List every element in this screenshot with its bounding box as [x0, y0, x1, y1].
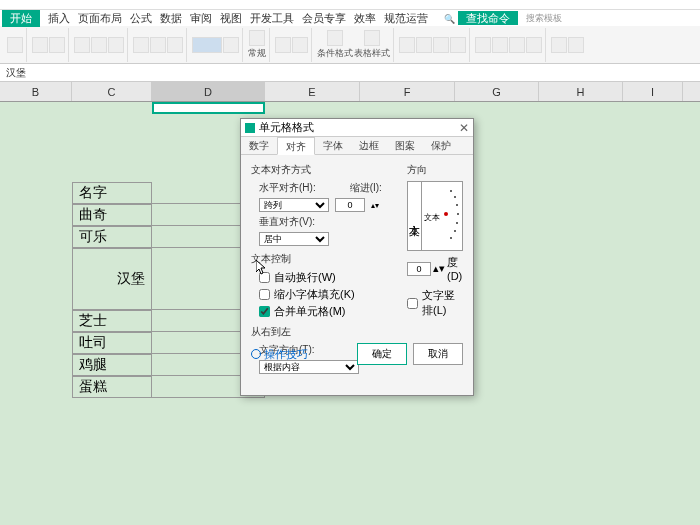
tab-pattern[interactable]: 图案 — [387, 137, 423, 154]
copy-icon[interactable] — [49, 37, 65, 53]
cell[interactable]: 芝士 — [72, 310, 152, 332]
paste-icon[interactable] — [7, 37, 23, 53]
col-head-C[interactable]: C — [72, 82, 152, 101]
dialog-icon — [245, 123, 255, 133]
cell[interactable]: 汉堡 — [72, 248, 152, 310]
degree-label: 度(D) — [447, 255, 463, 282]
menu-dev[interactable]: 开发工具 — [250, 11, 294, 26]
italic-icon[interactable] — [91, 37, 107, 53]
cell[interactable]: 曲奇 — [72, 204, 152, 226]
row-icon[interactable] — [475, 37, 491, 53]
tab-alignment[interactable]: 对齐 — [277, 137, 315, 155]
tab-border[interactable]: 边框 — [351, 137, 387, 154]
currency-icon[interactable] — [275, 37, 291, 53]
tab-number[interactable]: 数字 — [241, 137, 277, 154]
underline-icon[interactable] — [108, 37, 124, 53]
col-head-D[interactable]: D — [152, 82, 265, 101]
col-head-I[interactable]: I — [623, 82, 683, 101]
degree-spinner[interactable] — [407, 262, 431, 276]
menu-insert[interactable]: 插入 — [48, 11, 70, 26]
menu-view[interactable]: 视图 — [220, 11, 242, 26]
cell[interactable]: 蛋糕 — [72, 376, 152, 398]
tab-font[interactable]: 字体 — [315, 137, 351, 154]
name-box[interactable]: 汉堡 — [0, 64, 700, 82]
info-icon — [251, 349, 261, 359]
find-icon[interactable] — [568, 37, 584, 53]
dialog-titlebar[interactable]: 单元格格式 ✕ — [241, 119, 473, 137]
ok-button[interactable]: 确定 — [357, 343, 407, 365]
cond-format-icon[interactable] — [327, 30, 343, 46]
align-center-icon[interactable] — [150, 37, 166, 53]
wrap-icon[interactable] — [223, 37, 239, 53]
cut-icon[interactable] — [32, 37, 48, 53]
menu-member[interactable]: 会员专享 — [302, 11, 346, 26]
menu-eff[interactable]: 效率 — [354, 11, 376, 26]
freeze-icon[interactable] — [526, 37, 542, 53]
menu-layout[interactable]: 页面布局 — [78, 11, 122, 26]
table-style-icon[interactable] — [364, 30, 380, 46]
stack-checkbox[interactable]: 文字竖排(L) — [407, 288, 463, 318]
format-icon[interactable] — [249, 30, 265, 46]
percent-icon[interactable] — [292, 37, 308, 53]
tips-link[interactable]: 操作技巧 — [251, 347, 308, 362]
v-align-select[interactable]: 居中 — [259, 232, 329, 246]
tools-icon[interactable] — [551, 37, 567, 53]
cell[interactable]: 吐司 — [72, 332, 152, 354]
col-head-G[interactable]: G — [455, 82, 539, 101]
section-rtl: 从右到左 — [251, 325, 463, 339]
bold-icon[interactable] — [74, 37, 90, 53]
menu-bar: 开始 插入 页面布局 公式 数据 审阅 视图 开发工具 会员专享 效率 规范运营… — [0, 10, 700, 26]
menu-formula[interactable]: 公式 — [130, 11, 152, 26]
filter-icon[interactable] — [433, 37, 449, 53]
merge-icon[interactable] — [192, 37, 222, 53]
align-left-icon[interactable] — [133, 37, 149, 53]
col-icon[interactable] — [492, 37, 508, 53]
section-orientation: 方向 — [407, 163, 463, 177]
col-head-H[interactable]: H — [539, 82, 623, 101]
menu-review[interactable]: 审阅 — [190, 11, 212, 26]
menu-data[interactable]: 数据 — [160, 11, 182, 26]
cancel-button[interactable]: 取消 — [413, 343, 463, 365]
cell[interactable]: 鸡腿 — [72, 354, 152, 376]
selection-box — [152, 102, 265, 114]
indent-spinner[interactable] — [335, 198, 365, 212]
menu-start[interactable]: 开始 — [2, 10, 40, 27]
h-align-select[interactable]: 跨列 — [259, 198, 329, 212]
fill-icon[interactable] — [450, 37, 466, 53]
col-head-E[interactable]: E — [265, 82, 360, 101]
sheet-icon[interactable] — [509, 37, 525, 53]
sort-icon[interactable] — [416, 37, 432, 53]
dialog-title: 单元格格式 — [259, 120, 314, 135]
orientation-box[interactable]: 文本 文本 — [407, 181, 463, 251]
col-head-F[interactable]: F — [360, 82, 455, 101]
menu-spec[interactable]: 规范运营 — [384, 11, 428, 26]
sum-icon[interactable] — [399, 37, 415, 53]
indent-label: 缩进(I): — [350, 181, 400, 195]
format-cells-dialog: 单元格格式 ✕ 数字 对齐 字体 边框 图案 保护 文本对齐方式 水平对齐(H)… — [240, 118, 474, 396]
v-align-label: 垂直对齐(V): — [259, 215, 315, 229]
h-align-label: 水平对齐(H): — [259, 181, 316, 195]
tab-protect[interactable]: 保护 — [423, 137, 459, 154]
col-head-B[interactable]: B — [0, 82, 72, 101]
align-right-icon[interactable] — [167, 37, 183, 53]
close-icon[interactable]: ✕ — [459, 121, 469, 135]
dialog-tabs: 数字 对齐 字体 边框 图案 保护 — [241, 137, 473, 155]
cell[interactable]: 可乐 — [72, 226, 152, 248]
ribbon-toolbar: 常规 条件格式表格样式 — [0, 26, 700, 64]
cell[interactable]: 名字 — [72, 182, 152, 204]
